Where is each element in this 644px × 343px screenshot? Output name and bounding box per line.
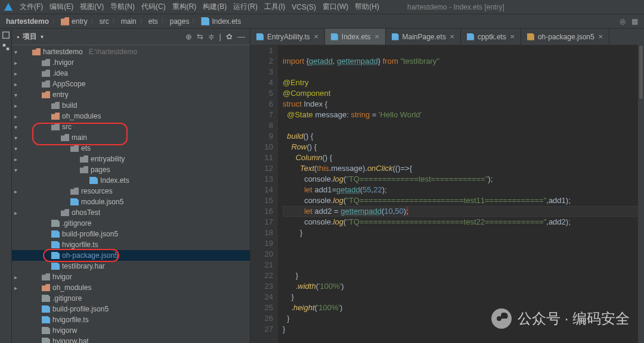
menu-code[interactable]: 代码(C) [139, 1, 168, 13]
vertical-scrollbar[interactable] [638, 45, 644, 343]
project-tree[interactable]: hartestdemoE:\hartestdemo.hvigor.ideaApp… [12, 45, 250, 343]
menu-edit[interactable]: 编辑(E) [47, 1, 76, 13]
menu-vcs[interactable]: VCS(S) [289, 2, 318, 13]
tree-item-label: hvigorw [52, 326, 77, 335]
file-icon [392, 33, 399, 40]
tree-item-hvigorfile-ts[interactable]: hvigorfile.ts [12, 239, 250, 250]
tree-item-ets[interactable]: ets [12, 143, 250, 154]
tree-item-label: src [62, 123, 72, 131]
hide-icon[interactable]: — [237, 32, 245, 41]
tab-cpptk-ets[interactable]: cpptk.ets✕ [461, 29, 521, 45]
file-icon [89, 177, 98, 184]
tree-item-hvigorw[interactable]: hvigorw [12, 325, 250, 336]
tree-item-module-json5[interactable]: module.json5 [12, 197, 250, 207]
tree-item-label: hvigorfile.ts [52, 316, 89, 324]
tree-item-src[interactable]: src [12, 121, 250, 132]
tree-item-hartestdemo[interactable]: hartestdemoE:\hartestdemo [12, 46, 250, 57]
tree-item-label: oh_modules [62, 112, 101, 120]
close-icon[interactable]: ✕ [314, 33, 318, 40]
tree-item-build-profile-json5[interactable]: build-profile.json5 [12, 304, 250, 314]
menu-navigate[interactable]: 导航(N) [108, 1, 137, 13]
tab-oh-package-json5[interactable]: oh-package.json5✕ [521, 29, 609, 45]
close-icon[interactable]: ✕ [374, 33, 379, 40]
code-editor[interactable]: 1234567891011121314151617181920212223242… [250, 45, 644, 343]
tab-label: Index.ets [342, 33, 371, 41]
select-opened-icon[interactable]: ⊕ [185, 32, 192, 41]
tree-item-label: hartestdemo [43, 48, 83, 56]
tree-item-hvigorw-bat[interactable]: hvigorw.bat [12, 336, 250, 343]
breadcrumb-item[interactable]: ets [148, 17, 158, 26]
menu-window[interactable]: 窗口(W) [320, 1, 351, 13]
folder-icon [42, 273, 50, 280]
close-icon[interactable]: ✕ [598, 33, 603, 40]
tree-item-label: ohosTest [72, 208, 100, 217]
tree-item-entry[interactable]: entry [12, 89, 250, 100]
breadcrumb-item[interactable]: Index.ets [201, 17, 241, 26]
tree-item--idea[interactable]: .idea [12, 68, 250, 79]
tab-index-ets[interactable]: Index.ets✕ [325, 29, 386, 45]
tree-item--gitignore[interactable]: .gitignore [12, 293, 250, 304]
collapse-icon[interactable]: ▪ [17, 33, 19, 41]
window-title: hartestdemo - Index.ets [entry] [407, 3, 504, 11]
tree-item-label: hvigorw.bat [52, 337, 89, 343]
tree-item-label: build-profile.json5 [62, 230, 118, 238]
tree-item-hvigorfile-ts[interactable]: hvigorfile.ts [12, 314, 250, 325]
settings-icon[interactable]: ▦ [631, 17, 638, 26]
code-content[interactable]: import {getadd, gettempadd} from "testli… [278, 45, 644, 343]
notifications-icon[interactable]: ◎ [620, 17, 626, 26]
tree-item-label: entry [52, 91, 69, 99]
divider: | [219, 32, 221, 41]
tree-item-build-profile-json5[interactable]: build-profile.json5 [12, 229, 250, 239]
menu-run[interactable]: 运行(R) [231, 1, 260, 13]
tree-item-label: testlibrary.har [62, 262, 105, 270]
expand-all-icon[interactable]: ⇆ [197, 32, 203, 41]
menu-file[interactable]: 文件(F) [17, 1, 45, 13]
structure-tool-icon[interactable] [2, 43, 10, 51]
panel-settings-icon[interactable]: ✿ [226, 32, 233, 41]
tree-item-appscope[interactable]: AppScope [12, 79, 250, 89]
tool-window-stripe [0, 29, 12, 343]
breadcrumb-item[interactable]: entry [61, 17, 88, 26]
tree-item-hvigor[interactable]: hvigor [12, 272, 250, 282]
tree-item-main[interactable]: main [12, 132, 250, 143]
close-icon[interactable]: ✕ [450, 33, 454, 40]
file-icon [51, 252, 60, 259]
tree-item-label: pages [91, 166, 110, 174]
tree-item-build[interactable]: build [12, 100, 250, 111]
tree-item-label: Index.ets [100, 176, 129, 185]
file-icon [42, 338, 50, 343]
project-tool-icon[interactable] [2, 31, 10, 39]
tree-item--gitignore[interactable]: .gitignore [12, 218, 250, 229]
tab-entryability-ts[interactable]: EntryAbility.ts✕ [250, 29, 325, 45]
menu-tools[interactable]: 工具(I) [262, 1, 287, 13]
folder-icon [42, 284, 50, 291]
close-icon[interactable]: ✕ [510, 33, 515, 40]
collapse-all-icon[interactable]: ≑ [208, 32, 215, 41]
tree-item-entryability[interactable]: entryability [12, 154, 250, 164]
menu-view[interactable]: 视图(V) [78, 1, 106, 13]
tree-item-label: hvigorfile.ts [62, 241, 98, 249]
folder-icon [42, 59, 50, 66]
menu-refactor[interactable]: 重构(R) [170, 1, 199, 13]
folder-icon [80, 155, 88, 163]
tree-item-label: module.json5 [81, 198, 123, 206]
tree-item-ohostest[interactable]: ohosTest [12, 207, 250, 218]
breadcrumb-item[interactable]: main [121, 17, 137, 26]
menu-help[interactable]: 帮助(H) [352, 1, 382, 13]
tree-item-oh-package-json5[interactable]: oh-package.json5 [12, 250, 250, 261]
tree-item-pages[interactable]: pages [12, 164, 250, 175]
breadcrumb-item[interactable]: hartestdemo [6, 17, 49, 26]
tree-item-index-ets[interactable]: Index.ets [12, 175, 250, 186]
tree-item--hvigor[interactable]: .hvigor [12, 57, 250, 68]
tab-mainpage-ets[interactable]: MainPage.ets✕ [386, 29, 461, 45]
tree-item-resources[interactable]: resources [12, 186, 250, 197]
tree-item-oh-modules[interactable]: oh_modules [12, 111, 250, 121]
tree-item-path: E:\hartestdemo [89, 48, 137, 56]
menu-build[interactable]: 构建(B) [200, 1, 229, 13]
svg-rect-0 [2, 32, 9, 39]
tab-label: cpptk.ets [478, 33, 506, 41]
tree-item-oh-modules[interactable]: oh_modules [12, 282, 250, 293]
tree-item-testlibrary-har[interactable]: testlibrary.har [12, 261, 250, 272]
breadcrumb-item[interactable]: src [100, 17, 109, 26]
breadcrumb-item[interactable]: pages [170, 17, 190, 26]
